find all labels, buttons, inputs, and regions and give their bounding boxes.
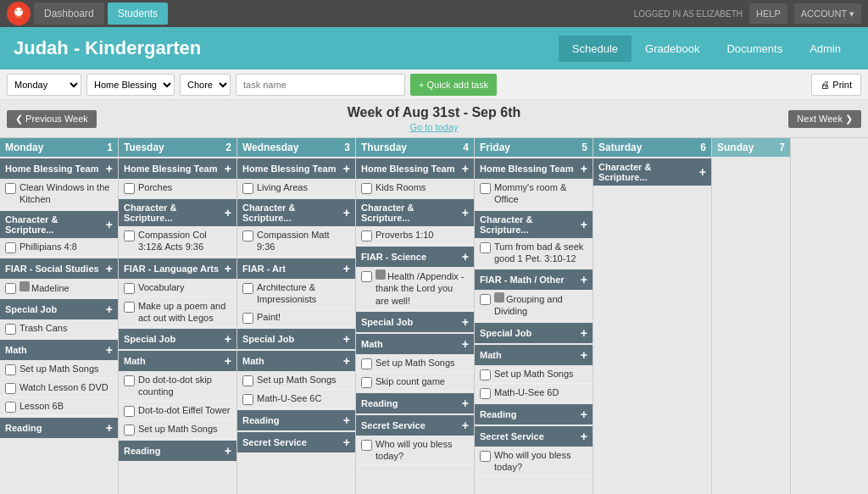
section-header[interactable]: FIAR - Social Studies+ [0, 258, 118, 279]
section-header[interactable]: Home Blessing Team+ [119, 158, 236, 179]
task-input[interactable] [236, 74, 405, 96]
add-task-icon[interactable]: + [225, 206, 231, 219]
task-checkbox[interactable] [5, 402, 16, 413]
section-header[interactable]: Home Blessing Team+ [356, 158, 474, 179]
task-checkbox[interactable] [124, 183, 135, 194]
task-checkbox[interactable] [242, 230, 253, 241]
next-week-button[interactable]: Next Week ❯ [788, 110, 861, 128]
task-checkbox[interactable] [5, 383, 16, 394]
section-header[interactable]: Reading+ [475, 404, 593, 425]
section-header[interactable]: Math+ [356, 334, 474, 354]
section-header[interactable]: Secret Service+ [475, 426, 593, 447]
add-task-icon[interactable]: + [581, 326, 587, 340]
dashboard-button[interactable]: Dashboard [34, 3, 104, 25]
section-header[interactable]: Special Job+ [0, 299, 118, 319]
task-checkbox[interactable] [242, 313, 253, 324]
add-task-icon[interactable]: + [462, 337, 469, 351]
section-header[interactable]: Reading+ [0, 418, 118, 438]
day-select[interactable]: MondayTuesdayWednesday ThursdayFridaySat… [7, 74, 81, 96]
task-checkbox[interactable] [480, 388, 491, 399]
home-blessing-select[interactable]: Home Blessing [86, 74, 175, 96]
task-checkbox[interactable] [242, 283, 253, 294]
task-checkbox[interactable] [242, 375, 253, 386]
section-header[interactable]: Home Blessing Team+ [475, 158, 593, 179]
task-checkbox[interactable] [5, 324, 16, 335]
add-task-icon[interactable]: + [581, 430, 587, 443]
tab-documents[interactable]: Documents [713, 36, 796, 62]
section-header[interactable]: Secret Service+ [237, 432, 355, 452]
section-header[interactable]: Math+ [475, 345, 593, 365]
add-task-icon[interactable]: + [343, 414, 350, 427]
tab-admin[interactable]: Admin [796, 36, 854, 62]
task-checkbox[interactable] [124, 302, 135, 313]
section-header[interactable]: Reading+ [237, 410, 355, 430]
add-task-icon[interactable]: + [225, 354, 231, 368]
tab-schedule[interactable]: Schedule [559, 36, 632, 62]
section-header[interactable]: Character & Scripture...+ [356, 199, 474, 226]
chore-select[interactable]: Chore [180, 74, 231, 96]
quick-add-button[interactable]: + Quick add task [410, 74, 497, 96]
section-header[interactable]: Special Job+ [237, 329, 355, 349]
add-task-icon[interactable]: + [581, 273, 587, 286]
add-task-icon[interactable]: + [343, 332, 350, 346]
task-checkbox[interactable] [480, 294, 491, 305]
section-header[interactable]: Home Blessing Team+ [0, 158, 118, 179]
add-task-icon[interactable]: + [106, 162, 113, 175]
tab-gradebook[interactable]: Gradebook [632, 36, 713, 62]
task-checkbox[interactable] [480, 183, 491, 194]
add-task-icon[interactable]: + [462, 250, 469, 264]
task-checkbox[interactable] [124, 375, 135, 386]
add-task-icon[interactable]: + [581, 348, 587, 362]
add-task-icon[interactable]: + [462, 162, 469, 175]
add-task-icon[interactable]: + [462, 206, 469, 219]
print-button[interactable]: 🖨 Print [811, 74, 861, 96]
section-header[interactable]: Special Job+ [475, 323, 593, 343]
add-task-icon[interactable]: + [699, 165, 706, 179]
task-checkbox[interactable] [124, 406, 135, 417]
section-header[interactable]: Character & Scripture...+ [0, 211, 118, 238]
task-checkbox[interactable] [361, 183, 372, 194]
task-checkbox[interactable] [480, 242, 491, 253]
task-checkbox[interactable] [361, 358, 372, 369]
add-task-icon[interactable]: + [462, 419, 469, 432]
task-checkbox[interactable] [361, 440, 372, 451]
task-checkbox[interactable] [480, 369, 491, 380]
add-task-icon[interactable]: + [343, 436, 350, 449]
add-task-icon[interactable]: + [106, 218, 113, 231]
task-checkbox[interactable] [5, 364, 16, 375]
add-task-icon[interactable]: + [462, 397, 469, 410]
task-checkbox[interactable] [361, 230, 372, 241]
section-header[interactable]: Character & Scripture...+ [475, 211, 593, 238]
add-task-icon[interactable]: + [225, 162, 231, 175]
task-checkbox[interactable] [124, 230, 135, 241]
section-header[interactable]: Character & Scripture...+ [237, 199, 355, 226]
add-task-icon[interactable]: + [225, 332, 231, 346]
section-header[interactable]: Special Job+ [119, 329, 236, 349]
task-checkbox[interactable] [124, 425, 135, 436]
add-task-icon[interactable]: + [106, 421, 113, 435]
add-task-icon[interactable]: + [225, 444, 231, 458]
section-header[interactable]: FIAR - Math / Other+ [475, 269, 593, 290]
add-task-icon[interactable]: + [343, 262, 350, 275]
task-checkbox[interactable] [5, 183, 16, 194]
account-button[interactable]: ACCOUNT ▾ [794, 3, 861, 24]
section-header[interactable]: Character & Scripture...+ [119, 199, 236, 226]
task-checkbox[interactable] [361, 271, 372, 282]
add-task-icon[interactable]: + [581, 162, 587, 175]
add-task-icon[interactable]: + [106, 262, 113, 275]
help-button[interactable]: HELP [749, 3, 787, 24]
section-header[interactable]: FIAR - Language Arts+ [119, 258, 236, 279]
add-task-icon[interactable]: + [581, 408, 587, 421]
students-button[interactable]: Students [108, 3, 168, 25]
section-header[interactable]: Math+ [119, 351, 236, 371]
section-header[interactable]: Reading+ [119, 441, 236, 461]
section-header[interactable]: Home Blessing Team+ [237, 158, 355, 179]
task-checkbox[interactable] [242, 183, 253, 194]
add-task-icon[interactable]: + [343, 162, 350, 175]
add-task-icon[interactable]: + [343, 354, 350, 368]
add-task-icon[interactable]: + [581, 218, 587, 231]
prev-week-button[interactable]: ❮ Previous Week [7, 110, 97, 128]
task-checkbox[interactable] [480, 451, 491, 462]
add-task-icon[interactable]: + [343, 206, 350, 219]
section-header[interactable]: Math+ [237, 351, 355, 371]
